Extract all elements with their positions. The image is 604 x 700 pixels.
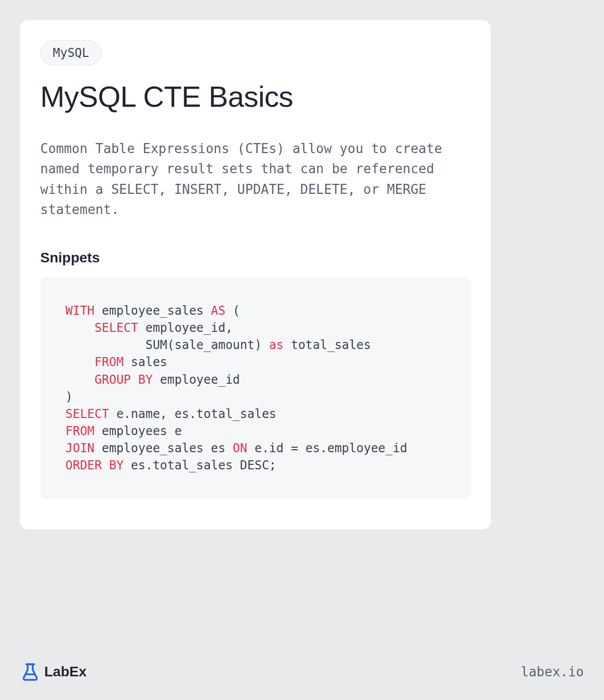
footer: LabEx labex.io xyxy=(20,662,584,682)
code-snippet: WITH employee_sales AS ( SELECT employee… xyxy=(40,277,471,499)
brand-logo: LabEx xyxy=(20,662,87,682)
footer-url: labex.io xyxy=(521,664,584,679)
page-title: MySQL CTE Basics xyxy=(40,80,471,113)
flask-icon xyxy=(20,662,40,682)
category-tag: MySQL xyxy=(40,40,102,65)
brand-name: LabEx xyxy=(44,664,87,680)
content-card: MySQL MySQL CTE Basics Common Table Expr… xyxy=(20,20,491,529)
description-text: Common Table Expressions (CTEs) allow yo… xyxy=(40,138,471,220)
snippets-heading: Snippets xyxy=(40,250,471,266)
